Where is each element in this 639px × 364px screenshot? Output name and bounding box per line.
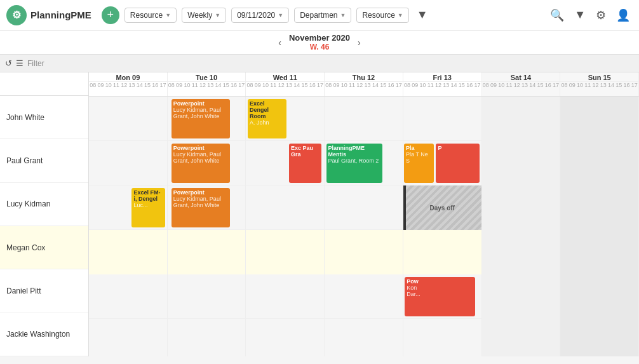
- cell-lucy-sun: [560, 185, 639, 230]
- resource-dropdown[interactable]: Resource ▼: [124, 8, 177, 23]
- cell-paul-tue[interactable]: Powerpoint Lucy Kidman, Paul Grant, John…: [168, 141, 246, 185]
- search-button[interactable]: 🔍: [548, 6, 567, 25]
- cell-john-sun: [560, 97, 639, 141]
- row-megan-cox: [89, 230, 639, 274]
- cell-paul-sun: [560, 141, 639, 185]
- cell-megan-sun: [560, 230, 639, 274]
- event-exc-paul[interactable]: Exc Pau Gra: [289, 144, 322, 183]
- row-jackie-washington: [89, 319, 639, 356]
- day-headers: Mon 09 08091011121314151617 Tue 10 08091…: [89, 72, 639, 97]
- cell-megan-mon[interactable]: [89, 230, 168, 274]
- month-title: November 2020: [289, 33, 350, 43]
- filter-icon-btn[interactable]: ▼: [414, 6, 431, 24]
- cell-daniel-sun: [560, 274, 639, 319]
- prev-week-button[interactable]: ‹: [271, 37, 289, 48]
- cell-jackie-wed[interactable]: [246, 319, 325, 356]
- resource2-dropdown[interactable]: Resource ▼: [356, 8, 408, 23]
- department-dropdown[interactable]: Departmen ▼: [294, 8, 351, 23]
- cell-megan-tue[interactable]: [168, 230, 246, 274]
- event-pow-daniel[interactable]: Pow Kon Dar...: [405, 277, 474, 316]
- cell-john-mon[interactable]: [89, 97, 168, 141]
- cell-daniel-wed[interactable]: [246, 274, 325, 319]
- event-powerpoint-lucy[interactable]: Powerpoint Lucy Kidman, Paul Grant, John…: [172, 188, 230, 227]
- resource-lucy-kidman: Lucy Kidman: [0, 183, 88, 226]
- row-paul-grant: Powerpoint Lucy Kidman, Paul Grant, John…: [89, 141, 639, 185]
- cell-lucy-mon[interactable]: Excel FM-i, Dengel Luc...: [89, 185, 168, 230]
- app-name: PlanningPME: [30, 10, 91, 20]
- profile-button[interactable]: 👤: [614, 6, 633, 25]
- calendar-area: Mon 09 08091011121314151617 Tue 10 08091…: [89, 72, 639, 356]
- cell-daniel-mon[interactable]: [89, 274, 168, 319]
- resource-jackie-washington: Jackie Washington: [0, 313, 88, 356]
- cell-john-fri[interactable]: [403, 97, 482, 141]
- refresh-button[interactable]: ↺: [5, 58, 12, 68]
- cell-john-tue[interactable]: Powerpoint Lucy Kidman, Paul Grant, John…: [168, 97, 246, 141]
- cell-daniel-thu[interactable]: [325, 274, 403, 319]
- cell-john-thu[interactable]: [325, 97, 403, 141]
- cell-paul-mon[interactable]: [89, 141, 168, 185]
- calendar-rows: Powerpoint Lucy Kidman, Paul Grant, John…: [89, 97, 639, 356]
- cell-jackie-sun: [560, 319, 639, 356]
- event-pla-paul2[interactable]: P: [436, 144, 480, 183]
- cell-jackie-mon[interactable]: [89, 319, 168, 356]
- event-powerpoint-john[interactable]: Powerpoint Lucy Kidman, Paul Grant, John…: [172, 99, 230, 138]
- resource-column: John White Paul Grant Lucy Kidman Megan …: [0, 72, 89, 356]
- week-label: W. 46: [289, 43, 350, 51]
- day-header-thu: Thu 12 08091011121314151617: [325, 72, 403, 96]
- cell-megan-fri[interactable]: [403, 230, 482, 274]
- list-view-button[interactable]: ☰: [16, 58, 24, 68]
- resource-col-header: [0, 72, 88, 96]
- weekly-dropdown[interactable]: Weekly ▼: [182, 8, 226, 23]
- main-area: John White Paul Grant Lucy Kidman Megan …: [0, 72, 639, 356]
- cell-john-wed[interactable]: Excel Dengel Room A. John: [246, 97, 325, 141]
- resource2-dropdown-arrow: ▼: [398, 12, 403, 18]
- cell-lucy-fri[interactable]: Days off: [403, 185, 482, 230]
- cell-john-sat: [482, 97, 561, 141]
- day-header-wed: Wed 11 08091011121314151617: [246, 72, 325, 96]
- resource-john-white: John White: [0, 96, 88, 139]
- cell-megan-thu[interactable]: [325, 230, 403, 274]
- notifications-button[interactable]: ▼: [572, 6, 588, 24]
- cell-daniel-sat: [482, 274, 561, 319]
- cell-jackie-tue[interactable]: [168, 319, 246, 356]
- filter-bar: ↺ ☰ Filter: [0, 55, 639, 72]
- cell-jackie-fri[interactable]: [403, 319, 482, 356]
- department-dropdown-arrow: ▼: [340, 12, 346, 18]
- cell-daniel-tue[interactable]: [168, 274, 246, 319]
- settings-button[interactable]: ⚙: [593, 6, 609, 25]
- day-header-mon: Mon 09 08091011121314151617: [89, 72, 168, 96]
- event-excel-lucy[interactable]: Excel FM-i, Dengel Luc...: [131, 188, 165, 227]
- resource-megan-cox: Megan Cox: [0, 226, 88, 269]
- cell-lucy-thu[interactable]: [325, 185, 403, 230]
- cell-jackie-thu[interactable]: [325, 319, 403, 356]
- event-planningpme-paul[interactable]: PlanningPME Mentis Paul Grant, Room 2: [326, 144, 382, 183]
- cell-paul-thu[interactable]: PlanningPME Mentis Paul Grant, Room 2: [325, 141, 403, 185]
- app-header: ⚙ PlanningPME + Resource ▼ Weekly ▼ 09/1…: [0, 0, 639, 30]
- add-button[interactable]: +: [102, 6, 119, 24]
- cell-lucy-sat: [482, 185, 561, 230]
- cell-megan-sat: [482, 230, 561, 274]
- resource-daniel-pitt: Daniel Pitt: [0, 269, 88, 313]
- row-john-white: Powerpoint Lucy Kidman, Paul Grant, John…: [89, 97, 639, 141]
- cell-lucy-tue[interactable]: Powerpoint Lucy Kidman, Paul Grant, John…: [168, 185, 246, 230]
- event-excel-john[interactable]: Excel Dengel Room A. John: [248, 99, 286, 138]
- days-off-border: [403, 185, 406, 230]
- logo-icon: ⚙: [6, 5, 27, 25]
- weekly-dropdown-arrow: ▼: [215, 12, 220, 18]
- cell-paul-fri[interactable]: Pla Pla T Ne S P: [403, 141, 482, 185]
- cell-paul-wed[interactable]: Exc Pau Gra: [246, 141, 325, 185]
- event-pla-paul1[interactable]: Pla Pla T Ne S: [404, 144, 434, 183]
- day-header-sun: Sun 15 08091011121314151617: [560, 72, 639, 96]
- row-daniel-pitt: Pow Kon Dar...: [89, 274, 639, 319]
- date-dropdown-arrow: ▼: [278, 12, 283, 18]
- resource-dropdown-arrow: ▼: [165, 12, 171, 18]
- event-powerpoint-paul[interactable]: Powerpoint Lucy Kidman, Paul Grant, John…: [172, 144, 230, 183]
- next-week-button[interactable]: ›: [350, 37, 368, 48]
- calendar-subheader: ‹ November 2020 W. 46 ›: [0, 30, 639, 55]
- cell-paul-sat: [482, 141, 561, 185]
- cell-daniel-fri[interactable]: Pow Kon Dar...: [403, 274, 482, 319]
- filter-label: Filter: [27, 59, 44, 68]
- cell-lucy-wed[interactable]: [246, 185, 325, 230]
- cell-megan-wed[interactable]: [246, 230, 325, 274]
- date-dropdown[interactable]: 09/11/2020 ▼: [231, 8, 289, 23]
